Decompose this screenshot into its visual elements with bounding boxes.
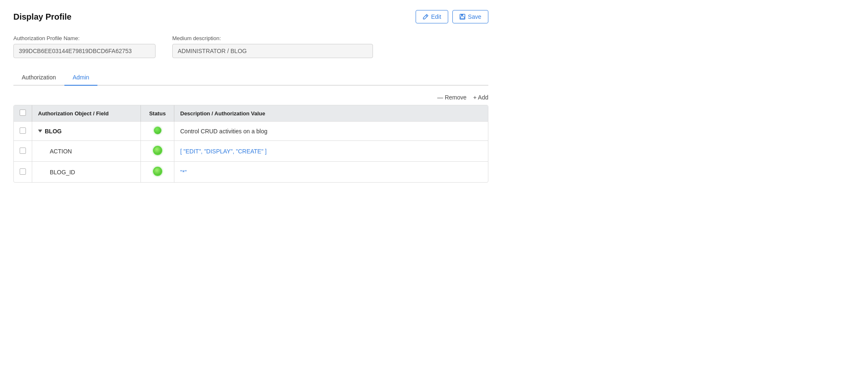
status-indicator <box>154 127 161 134</box>
row-status-cell <box>141 122 174 141</box>
header-checkbox[interactable] <box>20 110 26 116</box>
save-icon <box>460 14 465 20</box>
form-section: Authorization Profile Name: Medium descr… <box>13 35 488 58</box>
row-description-cell: "*" <box>174 162 488 183</box>
svg-line-0 <box>426 15 427 17</box>
remove-button[interactable]: — Remove <box>437 94 467 101</box>
medium-desc-label: Medium description: <box>172 35 373 41</box>
tabs-container: Authorization Admin <box>13 70 488 86</box>
medium-desc-group: Medium description: <box>172 35 373 58</box>
row-object-cell: ACTION <box>32 141 141 162</box>
table-row: BLOG_ID "*" <box>14 162 488 183</box>
page-header: Display Profile Edit Save <box>13 10 488 23</box>
authorization-value-link[interactable]: [ "EDIT", "DISPLAY", "CREATE" ] <box>180 148 267 155</box>
profile-name-input[interactable] <box>13 44 156 58</box>
expand-icon[interactable] <box>38 130 42 132</box>
row-checkbox-cell <box>14 162 32 183</box>
edit-icon <box>423 14 429 20</box>
medium-desc-input[interactable] <box>172 44 373 58</box>
table-row: BLOG Control CRUD activities on a blog <box>14 122 488 141</box>
add-button[interactable]: + Add <box>473 94 488 101</box>
row-checkbox[interactable] <box>20 168 26 175</box>
col-object-field: Authorization Object / Field <box>32 105 141 122</box>
svg-rect-3 <box>461 17 465 19</box>
col-status: Status <box>141 105 174 122</box>
page-title: Display Profile <box>13 12 71 22</box>
authorization-value-link[interactable]: "*" <box>180 169 186 176</box>
row-status-cell <box>141 141 174 162</box>
table-header-row: Authorization Object / Field Status Desc… <box>14 105 488 122</box>
edit-button[interactable]: Edit <box>416 10 448 23</box>
table-row: ACTION [ "EDIT", "DISPLAY", "CREATE" ] <box>14 141 488 162</box>
table-toolbar: — Remove + Add <box>13 94 488 101</box>
row-checkbox-cell <box>14 122 32 141</box>
profile-name-group: Authorization Profile Name: <box>13 35 156 58</box>
row-description-cell: [ "EDIT", "DISPLAY", "CREATE" ] <box>174 141 488 162</box>
status-indicator <box>153 146 162 155</box>
row-checkbox-cell <box>14 141 32 162</box>
row-checkbox[interactable] <box>20 127 26 134</box>
col-checkbox <box>14 105 32 122</box>
header-actions: Edit Save <box>416 10 488 23</box>
row-object-cell: BLOG_ID <box>32 162 141 183</box>
row-object-cell: BLOG <box>32 122 141 141</box>
save-button[interactable]: Save <box>452 10 488 23</box>
row-checkbox[interactable] <box>20 148 26 154</box>
tab-authorization[interactable]: Authorization <box>13 70 64 86</box>
svg-rect-2 <box>461 14 463 16</box>
authorization-table: Authorization Object / Field Status Desc… <box>13 105 488 183</box>
tab-admin[interactable]: Admin <box>64 70 98 86</box>
row-status-cell <box>141 162 174 183</box>
status-indicator <box>153 167 162 176</box>
profile-name-label: Authorization Profile Name: <box>13 35 156 41</box>
row-description-cell: Control CRUD activities on a blog <box>174 122 488 141</box>
col-description: Description / Authorization Value <box>174 105 488 122</box>
